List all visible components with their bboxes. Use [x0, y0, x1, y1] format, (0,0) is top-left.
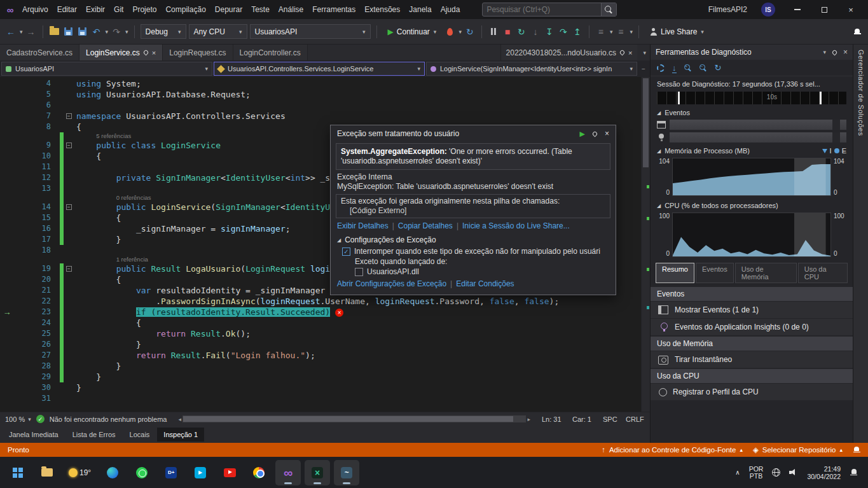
hidden-icons-chevron[interactable]: ∧ [735, 469, 740, 476]
menu-item[interactable]: Teste [247, 3, 274, 17]
tool-window-tab[interactable]: Inspeção 1 [157, 428, 204, 442]
breakpoint-margin[interactable] [0, 122, 14, 132]
pin-icon[interactable] [832, 49, 838, 55]
breakpoint-margin[interactable] [0, 256, 14, 263]
step-into-icon[interactable]: ↧ [544, 24, 555, 39]
popup-link[interactable]: Abrir Configurações de Exceção [337, 279, 446, 288]
summary-action[interactable]: Tirar Instantâneo [651, 351, 853, 368]
save-icon[interactable] [63, 24, 74, 39]
list-members-icon[interactable]: ≡ [595, 24, 607, 39]
weather-widget[interactable]: 19° [64, 460, 96, 485]
summary-action[interactable]: Eventos do Application Insights (0 de 0) [651, 319, 853, 335]
editor-tab[interactable]: LoginController.cs [233, 45, 308, 60]
eol-indicator[interactable]: CRLF [626, 415, 645, 423]
add-to-source-control-button[interactable]: ↑ Adicionar ao Controle de Código-Fonte … [602, 446, 743, 454]
pin-icon[interactable] [592, 130, 598, 137]
popup-link[interactable]: Inicie a Sessão do Live Share... [462, 221, 570, 230]
menu-item[interactable]: Extensões [360, 3, 404, 17]
export-icon[interactable]: ↓ [672, 63, 677, 73]
summary-action[interactable]: Mostrar Eventos (1 de 1) [651, 302, 853, 318]
breakpoint-margin[interactable] [0, 183, 14, 194]
menu-item[interactable]: Git [109, 3, 128, 17]
menu-item[interactable]: Depurar [210, 3, 247, 17]
diagnostics-tab[interactable]: Eventos [696, 263, 734, 283]
close-button[interactable]: × [837, 0, 864, 19]
breakpoint-margin[interactable] [0, 172, 14, 183]
zoom-out-icon[interactable]: − [699, 64, 707, 72]
breakpoint-margin[interactable] [0, 274, 14, 285]
list-options-icon[interactable]: ≡ [615, 24, 626, 39]
breakpoint-margin[interactable] [0, 328, 14, 339]
undo-caret-icon[interactable]: ▾ [106, 29, 109, 35]
language-indicator[interactable]: POR PTB [749, 466, 764, 480]
breakpoint-margin[interactable] [0, 140, 14, 151]
menu-item[interactable]: Ajuda [436, 3, 465, 17]
editor-vertical-scrollbar[interactable] [641, 77, 650, 412]
minimize-button[interactable] [784, 0, 811, 19]
open-folder-icon[interactable] [49, 24, 60, 39]
navigate-forward-icon[interactable]: → [25, 24, 37, 39]
notifications-bell-icon[interactable] [853, 446, 860, 454]
menu-item[interactable]: Janela [404, 3, 436, 17]
diagnostics-tab[interactable]: Uso de Memória [735, 263, 797, 283]
breakpoint-margin[interactable] [0, 317, 14, 328]
line-indicator[interactable]: Ln: 31 [542, 415, 567, 423]
start-button[interactable] [5, 460, 31, 485]
scroll-right-icon[interactable]: ▸ [527, 416, 530, 422]
breakpoint-margin[interactable] [0, 194, 14, 202]
tab-list-caret-icon[interactable]: ▾ [643, 50, 646, 56]
menu-item[interactable]: Compilação [161, 3, 210, 17]
current-statement-arrow[interactable]: → [0, 307, 14, 317]
popup-link[interactable]: Exibir Detalhes [337, 221, 389, 230]
module-exclusion-option[interactable]: UsuariosAPI.dll [336, 266, 610, 276]
cpu-section-header[interactable]: ◢ CPU (% de todos os processadores) [651, 199, 853, 211]
breakpoint-margin[interactable] [0, 213, 14, 223]
breakpoint-margin[interactable] [0, 339, 14, 350]
solution-explorer-strip[interactable]: Gerenciador de Soluções [853, 45, 868, 443]
editor-tab[interactable]: LoginRequest.cs [163, 45, 233, 60]
scroll-left-icon[interactable]: ◂ [178, 416, 181, 422]
popup-link[interactable]: Copiar Detalhes [398, 221, 453, 230]
startup-project-dropdown[interactable]: UsuariosAPI▾ [250, 24, 371, 39]
selection-handle-right[interactable] [820, 92, 822, 104]
breakpoint-margin[interactable] [0, 202, 14, 213]
breakpoint-margin[interactable] [0, 111, 14, 122]
search-icon[interactable] [601, 3, 616, 16]
menu-item[interactable]: Projeto [128, 3, 161, 17]
collapse-icon[interactable]: − [66, 266, 72, 272]
close-icon[interactable]: × [152, 49, 156, 57]
checkbox-checked-icon[interactable]: ✓ [342, 247, 350, 256]
events-section-header[interactable]: ◢ Eventos [651, 106, 853, 118]
hot-reload-icon[interactable] [444, 24, 455, 39]
back-caret-icon[interactable]: ▾ [20, 29, 23, 35]
menu-item[interactable]: Ferramentas [308, 3, 360, 17]
show-next-statement-icon[interactable]: ↓ [530, 24, 541, 39]
memory-section-header[interactable]: ◢ Memória de Processo (MB) I E [651, 144, 853, 157]
continue-icon[interactable]: ▶ [580, 130, 585, 138]
hot-reload-caret-icon[interactable]: ▾ [458, 29, 462, 35]
search-input[interactable] [483, 5, 601, 14]
redo-icon[interactable]: ↷ [111, 24, 122, 39]
breakpoint-margin[interactable] [0, 162, 14, 172]
configuration-dropdown[interactable]: Debug▾ [141, 24, 186, 39]
close-icon[interactable]: × [843, 48, 848, 57]
error-icon[interactable]: × [335, 309, 343, 317]
column-indicator[interactable]: Car: 1 [572, 415, 598, 423]
tool-window-tab[interactable]: Lista de Erros [66, 428, 122, 442]
space-indicator[interactable]: SPC [603, 415, 621, 423]
chevron-down-icon[interactable]: ▾ [823, 49, 826, 55]
collapse-icon[interactable]: − [66, 204, 72, 210]
breakpoint-margin[interactable] [0, 89, 14, 100]
menu-item[interactable]: Editar [53, 3, 81, 17]
break-on-exception-option[interactable]: ✓ Interromper quando este tipo de exceçã… [336, 246, 610, 256]
summary-action[interactable]: Registrar o Perfil da CPU [651, 384, 853, 400]
account-avatar[interactable]: IS [761, 3, 775, 17]
settings-gear-icon[interactable] [657, 64, 665, 72]
navigate-back-icon[interactable]: ← [5, 24, 17, 39]
live-share-button[interactable]: Live Share▾ [645, 24, 709, 39]
close-icon[interactable]: × [605, 129, 609, 138]
chrome-icon[interactable] [246, 460, 272, 485]
collapse-icon[interactable]: − [66, 143, 72, 148]
volume-icon[interactable] [789, 468, 798, 477]
step-over-icon[interactable]: ↷ [558, 24, 569, 39]
